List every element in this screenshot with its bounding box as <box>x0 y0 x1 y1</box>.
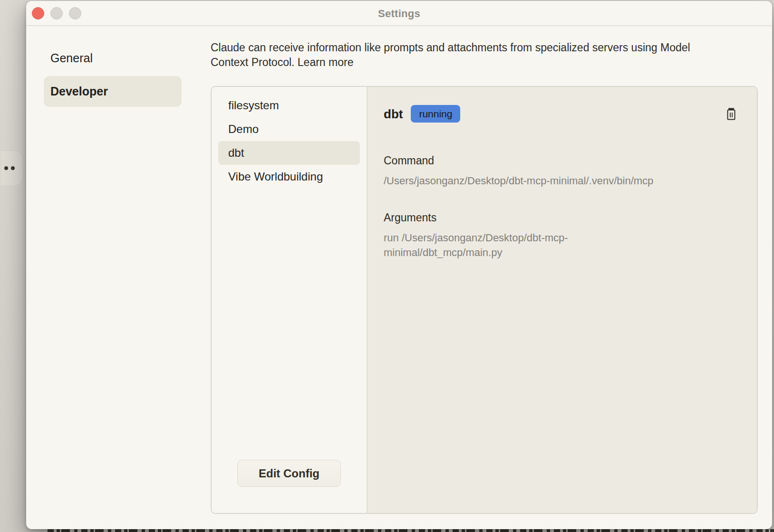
background-more-button[interactable] <box>0 151 23 186</box>
server-list: filesystem Demo dbt Vibe Worldbuilding E… <box>212 87 368 513</box>
mcp-description-text: Claude can receive information like prom… <box>211 41 690 68</box>
edit-config-button[interactable]: Edit Config <box>237 460 341 487</box>
zoom-window-button[interactable] <box>69 7 81 19</box>
settings-window: Settings General Developer Claude can re… <box>26 1 772 529</box>
server-item-dbt[interactable]: dbt <box>218 141 360 165</box>
server-item-filesystem[interactable]: filesystem <box>218 94 360 117</box>
mcp-description: Claude can receive information like prom… <box>211 40 715 70</box>
mcp-servers-panel: filesystem Demo dbt Vibe Worldbuilding E… <box>211 86 758 514</box>
learn-more-link[interactable]: Learn more <box>298 56 354 68</box>
developer-pane: Claude can receive information like prom… <box>211 40 758 514</box>
titlebar: Settings <box>26 1 772 26</box>
trash-icon <box>726 107 737 121</box>
server-item-demo[interactable]: Demo <box>218 117 360 141</box>
command-value: /Users/jasonganz/Desktop/dbt-mcp-minimal… <box>384 173 742 188</box>
window-title: Settings <box>26 1 772 26</box>
arguments-section: Arguments run /Users/jasonganz/Desktop/d… <box>384 210 742 260</box>
server-detail: dbt running <box>368 87 757 513</box>
sidebar-item-general[interactable]: General <box>44 44 182 72</box>
obscured-background-text <box>48 529 774 532</box>
delete-server-button[interactable] <box>725 106 738 122</box>
ellipsis-icon <box>4 166 8 170</box>
status-badge: running <box>411 105 460 123</box>
server-item-vibe-worldbuilding[interactable]: Vibe Worldbuilding <box>218 165 360 189</box>
minimize-window-button[interactable] <box>50 7 63 19</box>
server-name: dbt <box>384 105 403 123</box>
server-detail-header: dbt running <box>384 105 742 123</box>
close-window-button[interactable] <box>32 7 44 19</box>
settings-sidebar: General Developer <box>44 44 182 111</box>
arguments-value: run /Users/jasonganz/Desktop/dbt-mcp-min… <box>384 230 588 260</box>
ellipsis-icon <box>11 166 15 170</box>
sidebar-item-developer[interactable]: Developer <box>44 76 182 107</box>
arguments-label: Arguments <box>384 210 742 225</box>
command-section: Command /Users/jasonganz/Desktop/dbt-mcp… <box>384 153 742 188</box>
command-label: Command <box>384 153 742 168</box>
settings-content: General Developer Claude can receive inf… <box>26 27 772 529</box>
